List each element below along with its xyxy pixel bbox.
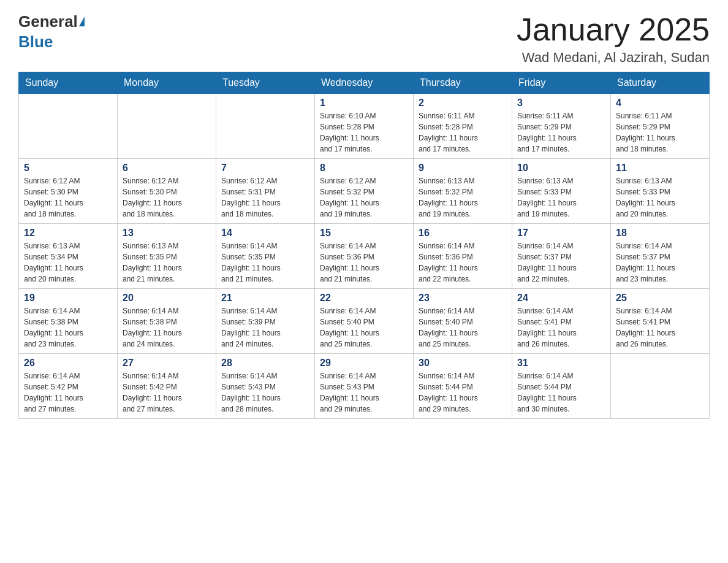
day-info: Sunrise: 6:14 AM Sunset: 5:42 PM Dayligh… — [24, 370, 112, 415]
calendar-cell: 25Sunrise: 6:14 AM Sunset: 5:41 PM Dayli… — [611, 289, 710, 354]
calendar-cell: 20Sunrise: 6:14 AM Sunset: 5:38 PM Dayli… — [118, 289, 216, 354]
day-number: 18 — [616, 228, 704, 239]
calendar-week-row: 19Sunrise: 6:14 AM Sunset: 5:38 PM Dayli… — [19, 289, 710, 354]
col-saturday: Saturday — [611, 72, 710, 94]
day-number: 16 — [419, 228, 507, 239]
title-area: January 2025 Wad Medani, Al Jazirah, Sud… — [517, 12, 710, 66]
calendar-week-row: 12Sunrise: 6:13 AM Sunset: 5:34 PM Dayli… — [19, 224, 710, 289]
calendar-cell: 12Sunrise: 6:13 AM Sunset: 5:34 PM Dayli… — [19, 224, 118, 289]
day-number: 27 — [123, 358, 211, 369]
day-number: 1 — [320, 98, 408, 109]
day-info: Sunrise: 6:14 AM Sunset: 5:37 PM Dayligh… — [517, 240, 605, 285]
calendar-cell: 11Sunrise: 6:13 AM Sunset: 5:33 PM Dayli… — [611, 159, 710, 224]
day-info: Sunrise: 6:14 AM Sunset: 5:43 PM Dayligh… — [320, 370, 408, 415]
calendar-cell: 10Sunrise: 6:13 AM Sunset: 5:33 PM Dayli… — [512, 159, 611, 224]
day-number: 28 — [221, 358, 309, 369]
calendar-table: Sunday Monday Tuesday Wednesday Thursday… — [18, 72, 710, 419]
calendar-week-row: 1Sunrise: 6:10 AM Sunset: 5:28 PM Daylig… — [19, 94, 710, 159]
day-number: 7 — [221, 163, 309, 174]
day-number: 20 — [123, 293, 211, 304]
day-number: 9 — [419, 163, 507, 174]
day-number: 2 — [419, 98, 507, 109]
calendar-cell: 16Sunrise: 6:14 AM Sunset: 5:36 PM Dayli… — [414, 224, 512, 289]
calendar-cell: 27Sunrise: 6:14 AM Sunset: 5:42 PM Dayli… — [118, 354, 216, 419]
col-friday: Friday — [512, 72, 611, 94]
calendar-cell: 26Sunrise: 6:14 AM Sunset: 5:42 PM Dayli… — [19, 354, 118, 419]
day-info: Sunrise: 6:14 AM Sunset: 5:38 PM Dayligh… — [123, 305, 211, 350]
day-info: Sunrise: 6:12 AM Sunset: 5:30 PM Dayligh… — [123, 175, 211, 220]
col-wednesday: Wednesday — [315, 72, 414, 94]
month-title: January 2025 — [517, 12, 710, 47]
col-thursday: Thursday — [414, 72, 512, 94]
day-number: 22 — [320, 293, 408, 304]
calendar-cell: 17Sunrise: 6:14 AM Sunset: 5:37 PM Dayli… — [512, 224, 611, 289]
day-info: Sunrise: 6:13 AM Sunset: 5:35 PM Dayligh… — [123, 240, 211, 285]
calendar-cell: 28Sunrise: 6:14 AM Sunset: 5:43 PM Dayli… — [216, 354, 315, 419]
day-number: 23 — [419, 293, 507, 304]
day-info: Sunrise: 6:14 AM Sunset: 5:38 PM Dayligh… — [24, 305, 112, 350]
day-info: Sunrise: 6:14 AM Sunset: 5:36 PM Dayligh… — [419, 240, 507, 285]
day-info: Sunrise: 6:11 AM Sunset: 5:29 PM Dayligh… — [517, 110, 605, 155]
day-number: 4 — [616, 98, 704, 109]
location-subtitle: Wad Medani, Al Jazirah, Sudan — [517, 50, 710, 66]
day-info: Sunrise: 6:14 AM Sunset: 5:41 PM Dayligh… — [616, 305, 704, 350]
day-info: Sunrise: 6:12 AM Sunset: 5:31 PM Dayligh… — [221, 175, 309, 220]
logo-triangle-icon — [79, 17, 85, 26]
col-monday: Monday — [118, 72, 216, 94]
day-info: Sunrise: 6:13 AM Sunset: 5:33 PM Dayligh… — [517, 175, 605, 220]
calendar-cell — [118, 94, 216, 159]
day-info: Sunrise: 6:12 AM Sunset: 5:32 PM Dayligh… — [320, 175, 408, 220]
day-number: 30 — [419, 358, 507, 369]
logo: General Blue — [18, 12, 85, 52]
calendar-cell: 29Sunrise: 6:14 AM Sunset: 5:43 PM Dayli… — [315, 354, 414, 419]
day-info: Sunrise: 6:11 AM Sunset: 5:28 PM Dayligh… — [419, 110, 507, 155]
day-info: Sunrise: 6:14 AM Sunset: 5:36 PM Dayligh… — [320, 240, 408, 285]
day-number: 25 — [616, 293, 704, 304]
day-info: Sunrise: 6:14 AM Sunset: 5:37 PM Dayligh… — [616, 240, 704, 285]
calendar-cell: 9Sunrise: 6:13 AM Sunset: 5:32 PM Daylig… — [414, 159, 512, 224]
calendar-cell: 8Sunrise: 6:12 AM Sunset: 5:32 PM Daylig… — [315, 159, 414, 224]
day-info: Sunrise: 6:13 AM Sunset: 5:32 PM Dayligh… — [419, 175, 507, 220]
day-number: 26 — [24, 358, 112, 369]
col-sunday: Sunday — [19, 72, 118, 94]
day-info: Sunrise: 6:14 AM Sunset: 5:42 PM Dayligh… — [123, 370, 211, 415]
day-number: 3 — [517, 98, 605, 109]
day-number: 11 — [616, 163, 704, 174]
day-number: 31 — [517, 358, 605, 369]
day-info: Sunrise: 6:14 AM Sunset: 5:41 PM Dayligh… — [517, 305, 605, 350]
col-tuesday: Tuesday — [216, 72, 315, 94]
day-info: Sunrise: 6:14 AM Sunset: 5:35 PM Dayligh… — [221, 240, 309, 285]
day-number: 6 — [123, 163, 211, 174]
calendar-cell: 23Sunrise: 6:14 AM Sunset: 5:40 PM Dayli… — [414, 289, 512, 354]
calendar-cell — [19, 94, 118, 159]
day-number: 17 — [517, 228, 605, 239]
calendar-week-row: 26Sunrise: 6:14 AM Sunset: 5:42 PM Dayli… — [19, 354, 710, 419]
day-number: 29 — [320, 358, 408, 369]
calendar-cell: 22Sunrise: 6:14 AM Sunset: 5:40 PM Dayli… — [315, 289, 414, 354]
day-info: Sunrise: 6:14 AM Sunset: 5:39 PM Dayligh… — [221, 305, 309, 350]
calendar-cell: 2Sunrise: 6:11 AM Sunset: 5:28 PM Daylig… — [414, 94, 512, 159]
calendar-cell: 3Sunrise: 6:11 AM Sunset: 5:29 PM Daylig… — [512, 94, 611, 159]
calendar-cell: 15Sunrise: 6:14 AM Sunset: 5:36 PM Dayli… — [315, 224, 414, 289]
calendar-cell: 30Sunrise: 6:14 AM Sunset: 5:44 PM Dayli… — [414, 354, 512, 419]
day-number: 21 — [221, 293, 309, 304]
calendar-cell: 5Sunrise: 6:12 AM Sunset: 5:30 PM Daylig… — [19, 159, 118, 224]
day-number: 14 — [221, 228, 309, 239]
day-info: Sunrise: 6:11 AM Sunset: 5:29 PM Dayligh… — [616, 110, 704, 155]
day-number: 5 — [24, 163, 112, 174]
day-number: 15 — [320, 228, 408, 239]
day-info: Sunrise: 6:14 AM Sunset: 5:40 PM Dayligh… — [320, 305, 408, 350]
day-info: Sunrise: 6:14 AM Sunset: 5:43 PM Dayligh… — [221, 370, 309, 415]
calendar-cell: 19Sunrise: 6:14 AM Sunset: 5:38 PM Dayli… — [19, 289, 118, 354]
day-number: 10 — [517, 163, 605, 174]
calendar-cell: 14Sunrise: 6:14 AM Sunset: 5:35 PM Dayli… — [216, 224, 315, 289]
calendar-cell: 24Sunrise: 6:14 AM Sunset: 5:41 PM Dayli… — [512, 289, 611, 354]
calendar-week-row: 5Sunrise: 6:12 AM Sunset: 5:30 PM Daylig… — [19, 159, 710, 224]
logo-general-text: General — [18, 12, 78, 31]
calendar-cell — [216, 94, 315, 159]
day-number: 8 — [320, 163, 408, 174]
day-info: Sunrise: 6:10 AM Sunset: 5:28 PM Dayligh… — [320, 110, 408, 155]
day-info: Sunrise: 6:12 AM Sunset: 5:30 PM Dayligh… — [24, 175, 112, 220]
day-info: Sunrise: 6:13 AM Sunset: 5:33 PM Dayligh… — [616, 175, 704, 220]
day-number: 19 — [24, 293, 112, 304]
